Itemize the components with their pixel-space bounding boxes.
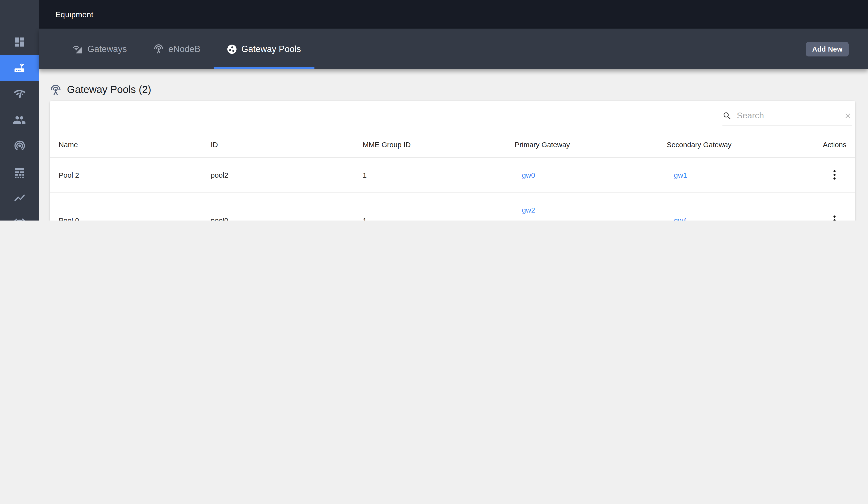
gateway-link[interactable]: gw0 [522, 171, 535, 179]
kebab-icon [833, 215, 836, 221]
table-header-row: Name ID MME Group ID Primary Gateway Sec… [50, 132, 855, 158]
page-body: Gateway Pools (2) Name ID MME Group ID P… [39, 69, 868, 221]
topbar-title: Equipment [55, 10, 93, 19]
pool-name-cell: Pool 2 [59, 171, 211, 179]
column-header-actions: Actions [819, 140, 846, 148]
secondary-gateways-cell: gw4 [667, 210, 819, 221]
antenna-icon [50, 84, 62, 95]
gateway-link[interactable]: gw1 [674, 171, 687, 179]
sidebar [0, 0, 39, 221]
column-header-primary-gateway: Primary Gateway [515, 140, 667, 148]
kebab-icon [833, 170, 836, 180]
row-actions-cell [819, 213, 846, 221]
gateways-tab-icon [73, 44, 83, 54]
sidebar-item-metrics[interactable] [0, 159, 39, 185]
sidebar-item-network-check[interactable] [0, 81, 39, 107]
tab-label: Gateway Pools [241, 44, 301, 54]
table-body: Pool 2pool21gw0gw1Pool 0pool01gw2gw3gw4 [50, 158, 855, 221]
pool-id-cell: pool2 [211, 171, 363, 179]
equipment-router-icon [13, 61, 26, 75]
clear-search-icon[interactable] [844, 112, 852, 120]
search-input[interactable] [736, 110, 840, 121]
tabbar: Gateways eNodeB [39, 29, 868, 69]
row-actions-button[interactable] [830, 213, 839, 221]
gateway-link[interactable]: gw2 [522, 206, 535, 214]
table-row: Pool 2pool21gw0gw1 [50, 158, 855, 192]
main-area: Equipment Gateways [39, 0, 868, 221]
mme-group-id-cell: 1 [363, 216, 515, 221]
secondary-gateways-cell: gw1 [667, 164, 819, 186]
add-new-button[interactable]: Add New [806, 42, 849, 56]
column-header-secondary-gateway: Secondary Gateway [667, 140, 819, 148]
search-field[interactable] [722, 110, 852, 126]
call-flow-chart-icon [13, 191, 26, 204]
card-toolbar [50, 101, 855, 132]
gateway-link-row: gw1 [667, 164, 819, 186]
column-header-name: Name [59, 140, 211, 148]
pool-name-cell: Pool 0 [59, 216, 211, 221]
gateway-link[interactable]: gw4 [674, 216, 687, 221]
sidebar-item-tracing[interactable] [0, 133, 39, 159]
column-header-id: ID [211, 140, 363, 148]
enodeb-tab-icon [153, 44, 164, 54]
metrics-bars-icon [13, 165, 26, 178]
sidebar-item-subscribers[interactable] [0, 107, 39, 133]
table-row: Pool 0pool01gw2gw3gw4 [50, 192, 855, 221]
pool-id-cell: pool0 [211, 216, 363, 221]
sidebar-item-alarms[interactable] [0, 211, 39, 221]
gateway-pools-card: Name ID MME Group ID Primary Gateway Sec… [50, 101, 855, 221]
alarms-clock-icon [13, 217, 26, 221]
row-actions-cell [819, 168, 846, 181]
row-actions-button[interactable] [830, 168, 839, 181]
primary-gateways-cell: gw0 [515, 164, 667, 186]
network-check-icon [13, 87, 26, 100]
sidebar-nav [0, 0, 39, 221]
tab-gateway-pools[interactable]: Gateway Pools [214, 29, 314, 69]
dashboard-icon [13, 35, 25, 48]
sidebar-item-call-flow[interactable] [0, 185, 39, 211]
section-title: Gateway Pools (2) [67, 84, 151, 96]
mme-group-id-cell: 1 [363, 171, 515, 179]
search-icon [722, 111, 732, 120]
primary-gateways-cell: gw2gw3 [515, 199, 667, 221]
gateway-pools-tab-icon [227, 44, 237, 54]
sidebar-item-equipment[interactable] [0, 55, 39, 81]
topbar: Equipment [39, 0, 868, 29]
tab-label: Gateways [87, 44, 127, 54]
column-header-mme-group-id: MME Group ID [363, 140, 515, 148]
tab-enodeb[interactable]: eNodeB [140, 29, 214, 69]
section-header: Gateway Pools (2) [50, 84, 855, 96]
gateway-link-row: gw4 [667, 210, 819, 221]
tab-gateways[interactable]: Gateways [60, 29, 140, 69]
subscribers-people-icon [13, 113, 26, 126]
sidebar-item-dashboard[interactable] [0, 29, 39, 55]
gateway-link-row: gw2 [515, 199, 667, 220]
app-root: Equipment Gateways [0, 0, 868, 221]
tab-label: eNodeB [168, 44, 200, 54]
tracing-radar-icon [13, 139, 26, 152]
gateway-link-row: gw3 [515, 220, 667, 221]
gateway-link-row: gw0 [515, 164, 667, 186]
